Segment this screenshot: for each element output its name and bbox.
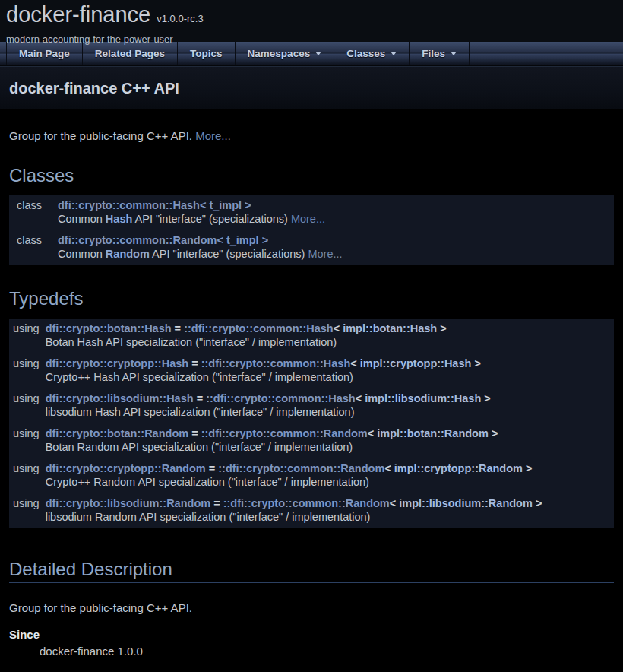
chevron-down-icon [451,52,457,55]
common-type-link[interactable]: ::dfi::crypto::common::Hash [206,392,356,404]
common-type-link[interactable]: ::dfi::crypto::common::Random [218,462,384,474]
typedef-link[interactable]: dfi::crypto::cryptopp::Hash [46,357,189,369]
class-desc-link[interactable]: Hash [106,213,132,225]
typedef-link[interactable]: dfi::crypto::libsodium::Hash [46,392,194,404]
impl-type-link[interactable]: impl::libsodium::Random [399,497,533,509]
desc-text: Common [58,248,106,260]
tab-namespaces-label: Namespaces [248,48,311,59]
typedef-keyword: using [9,458,46,475]
tab-topics[interactable]: Topics [177,42,235,65]
tab-classes-label: Classes [346,48,385,59]
typedef-description: libsodium Random API specialization ("in… [46,509,614,528]
common-type-link[interactable]: ::dfi::crypto::common::Random [223,497,390,509]
impl-type-link[interactable]: impl::cryptopp::Random [394,462,523,474]
equals-text: = [188,357,201,369]
typedef-link[interactable]: dfi::crypto::botan::Random [46,427,188,439]
more-link[interactable]: More... [291,213,325,225]
impl-type-link[interactable]: impl::botan::Hash [343,322,437,334]
spacer-cell [9,404,46,423]
common-type-link[interactable]: ::dfi::crypto::common::Random [201,427,368,439]
typedef-entry: using dfi::crypto::cryptopp::Random = ::… [9,458,614,493]
since-label: Since [9,628,614,641]
desc-text: Common [58,213,106,225]
typedef-keyword: using [9,353,46,370]
common-type-link[interactable]: ::dfi::crypto::common::Hash [201,357,351,369]
page-contents: Group for the public-facing C++ API. Mor… [0,129,623,658]
more-link[interactable]: More... [308,248,342,260]
angle-open-text: < [390,497,400,509]
class-description: Common Random API "interface" (specializ… [58,246,614,265]
tab-classes[interactable]: Classes [334,42,409,65]
angle-close-text: > [471,357,481,369]
tab-main-page[interactable]: Main Page [6,42,82,65]
project-version: v1.0.0-rc.3 [157,13,203,24]
class-desc-link[interactable]: Random [106,248,150,260]
tab-topics-label: Topics [190,48,223,59]
spacer-cell [9,439,46,458]
classes-heading: Classes [9,165,614,189]
spacer-cell [9,246,58,265]
typedef-link[interactable]: dfi::crypto::cryptopp::Random [46,462,206,474]
typedef-link[interactable]: dfi::crypto::botan::Hash [46,322,172,334]
tab-main-page-label: Main Page [19,48,70,59]
typedef-description: Crypto++ Hash API specialization ("inter… [46,369,614,388]
angle-close-text: > [437,322,447,334]
detailed-description-heading: Detailed Description [9,559,614,583]
more-link[interactable]: More... [195,129,231,142]
spacer-cell [9,334,46,353]
class-link[interactable]: dfi::crypto::common::Hash< t_impl > [58,199,251,211]
spacer-cell [9,509,46,528]
angle-open-text: < [368,427,378,439]
class-link[interactable]: dfi::crypto::common::Random< t_impl > [58,234,268,246]
detailed-description-text: Group for the public-facing C++ API. [9,601,614,614]
desc-text: API "interface" (specializations) [132,213,291,225]
project-title-text: docker-finance [6,2,150,27]
equals-text: = [210,497,223,509]
typedef-description: Botan Hash API specialization ("interfac… [46,334,614,353]
typedef-entry: using dfi::crypto::botan::Hash = ::dfi::… [9,319,614,353]
common-type-link[interactable]: ::dfi::crypto::common::Hash [184,322,334,334]
impl-type-link[interactable]: impl::cryptopp::Hash [360,357,472,369]
impl-type-link[interactable]: impl::libsodium::Hash [365,392,481,404]
typedefs-heading: Typedefs [9,288,614,312]
project-name: docker-financev1.0.0-rc.3 [6,2,623,32]
tab-related-pages-label: Related Pages [95,48,165,59]
class-entry: class dfi::crypto::common::Random< t_imp… [9,230,614,265]
typedef-keyword: using [9,493,46,510]
typedef-link[interactable]: dfi::crypto::libsodium::Random [46,497,210,509]
typedef-entry: using dfi::crypto::botan::Random = ::dfi… [9,423,614,458]
angle-open-text: < [384,462,394,474]
chevron-down-icon [391,52,397,55]
main-nav: Main Page Related Pages Topics Namespace… [0,42,623,66]
typedef-keyword: using [9,388,46,405]
equals-text: = [206,462,219,474]
class-keyword: class [9,195,58,211]
equals-text: = [194,392,207,404]
tab-files[interactable]: Files [409,42,470,65]
tab-related-pages[interactable]: Related Pages [82,42,177,65]
angle-close-text: > [481,392,491,404]
equals-text: = [172,322,185,334]
typedef-entry: using dfi::crypto::libsodium::Hash = ::d… [9,388,614,423]
page-title: docker-finance C++ API [9,80,179,97]
chevron-down-icon [315,52,321,55]
classes-table: class dfi::crypto::common::Hash< t_impl … [9,195,614,265]
class-description: Common Hash API "interface" (specializat… [58,211,614,230]
tab-files-label: Files [422,48,445,59]
angle-open-text: < [334,322,343,334]
class-entry: class dfi::crypto::common::Hash< t_impl … [9,195,614,230]
angle-close-text: > [533,497,542,509]
spacer-cell [9,211,58,230]
tab-namespaces[interactable]: Namespaces [235,42,334,65]
spacer-cell [9,369,46,388]
typedef-keyword: using [9,423,46,440]
class-keyword: class [9,230,58,247]
typedef-description: Crypto++ Random API specialization ("int… [46,474,614,493]
impl-type-link[interactable]: impl::botan::Random [377,427,489,439]
typedefs-table: using dfi::crypto::botan::Hash = ::dfi::… [9,319,614,528]
typedef-entry: using dfi::crypto::libsodium::Random = :… [9,493,614,528]
project-banner: docker-financev1.0.0-rc.3 modern account… [0,0,623,42]
since-value: docker-finance 1.0.0 [40,645,614,658]
page-title-block: docker-finance C++ API [0,66,623,109]
angle-open-text: < [350,357,360,369]
